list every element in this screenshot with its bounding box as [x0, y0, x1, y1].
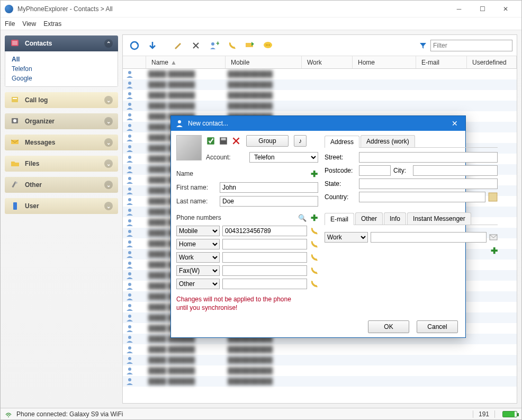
table-row[interactable]: ████ ████████████████: [123, 69, 517, 79]
sidebar-section-other[interactable]: Other⌄: [5, 177, 118, 193]
call-button[interactable]: [224, 38, 239, 53]
call-icon[interactable]: [310, 280, 318, 288]
sidebar-item-telefon[interactable]: Telefon: [12, 64, 111, 74]
table-row[interactable]: ████ ████████████████: [123, 344, 517, 355]
sidebar-section-contacts[interactable]: Contacts ⌃: [5, 35, 118, 51]
country-input[interactable]: [359, 192, 485, 202]
person-icon: [125, 377, 134, 386]
sidebar-section-files[interactable]: Files⌄: [5, 156, 118, 172]
table-row[interactable]: ████ ████████████████: [123, 90, 517, 101]
email-input[interactable]: [371, 232, 487, 243]
edit-button[interactable]: [170, 38, 185, 53]
sidebar-item-all[interactable]: All: [12, 55, 111, 64]
menu-view[interactable]: View: [22, 20, 36, 28]
sidebar-section-organizer[interactable]: Organizer⌄: [5, 113, 118, 129]
city-label: City:: [393, 167, 410, 174]
column-email[interactable]: E-mail: [416, 56, 467, 68]
sidebar-item-google[interactable]: Google: [12, 74, 111, 83]
city-input[interactable]: [413, 165, 498, 176]
phone-number-input[interactable]: [222, 226, 307, 236]
contact-avatar[interactable]: [176, 135, 202, 160]
close-button[interactable]: ✕: [494, 1, 517, 17]
tab-email[interactable]: E-mail: [325, 213, 354, 225]
column-name[interactable]: Name ▲: [146, 56, 226, 68]
column-userdefined[interactable]: Userdefined: [467, 56, 517, 68]
sidebar-section-user[interactable]: User⌄: [5, 198, 118, 214]
phone-number-input[interactable]: [222, 252, 307, 263]
ok-button[interactable]: OK: [368, 320, 409, 333]
table-row[interactable]: ████ ████████████████: [123, 79, 517, 90]
person-icon: [125, 314, 134, 322]
tab-address-work[interactable]: Address (work): [361, 135, 415, 147]
add-email-button[interactable]: ✚: [491, 246, 498, 255]
message-button[interactable]: [242, 38, 257, 53]
download-icon: [147, 40, 158, 51]
last-name-input[interactable]: [220, 196, 318, 207]
svg-point-20: [128, 113, 131, 117]
delete-icon[interactable]: [231, 136, 241, 146]
phone-number-input[interactable]: [222, 265, 307, 276]
filter-input[interactable]: [430, 40, 512, 51]
dialog-close-button[interactable]: ✕: [448, 119, 461, 128]
svg-rect-8: [13, 202, 17, 210]
group-button[interactable]: Group: [246, 135, 289, 147]
state-input[interactable]: [359, 178, 498, 189]
column-work[interactable]: Work: [302, 56, 353, 68]
maximize-button[interactable]: ☐: [471, 1, 494, 17]
phone-type-select[interactable]: Other: [176, 279, 220, 289]
call-icon[interactable]: [310, 253, 318, 262]
disk-icon[interactable]: [219, 136, 228, 146]
menu-extras[interactable]: Extras: [43, 20, 61, 28]
svg-rect-51: [489, 193, 497, 201]
tab-other[interactable]: Other: [355, 212, 383, 225]
add-contact-button[interactable]: +: [206, 38, 221, 53]
person-icon: [125, 292, 134, 301]
add-phone-button[interactable]: ✚: [310, 213, 318, 223]
mail-icon[interactable]: [489, 234, 498, 241]
delete-icon: [191, 41, 201, 50]
chat-button[interactable]: [260, 38, 275, 53]
ringtone-button[interactable]: ♪: [294, 135, 307, 147]
table-row[interactable]: ████ ████████████████: [123, 376, 517, 387]
sidebar-section-messages[interactable]: Messages⌄: [5, 135, 118, 150]
email-type-select[interactable]: Work: [325, 232, 368, 243]
phone-type-select[interactable]: Fax(W): [176, 265, 220, 276]
tab-address[interactable]: Address: [325, 136, 359, 148]
phone-number-input[interactable]: [222, 279, 307, 289]
street-input[interactable]: [359, 152, 498, 163]
menu-file[interactable]: File: [5, 20, 15, 28]
phone-type-select[interactable]: Mobile: [176, 226, 220, 236]
cancel-button[interactable]: Cancel: [417, 320, 458, 333]
add-name-button[interactable]: ✚: [310, 169, 318, 179]
dialog-titlebar[interactable]: New contact... ✕: [171, 116, 465, 131]
search-icon[interactable]: 🔍: [298, 214, 307, 222]
download-button[interactable]: [145, 38, 160, 53]
call-icon[interactable]: [310, 266, 318, 275]
person-icon: [125, 208, 134, 216]
table-row[interactable]: ████ ████████████████: [123, 355, 517, 365]
table-row[interactable]: ████ ████████████████: [123, 365, 517, 376]
table-header: Name ▲ Mobile Work Home E-mail Userdefin…: [123, 56, 517, 69]
delete-button[interactable]: [188, 38, 203, 53]
account-select[interactable]: Telefon: [249, 152, 318, 163]
phone-type-select[interactable]: Home: [176, 239, 220, 249]
call-icon[interactable]: [310, 227, 318, 235]
minimize-button[interactable]: ─: [447, 1, 471, 17]
phone-type-select[interactable]: Work: [176, 252, 220, 263]
column-home[interactable]: Home: [353, 56, 416, 68]
sidebar-section-calllog[interactable]: Call log⌄: [5, 92, 118, 108]
tab-im[interactable]: Instant Messenger: [407, 212, 471, 225]
call-icon: [227, 41, 237, 50]
svg-point-18: [128, 92, 131, 95]
phone-number-input[interactable]: [222, 239, 307, 249]
call-icon[interactable]: [310, 240, 318, 248]
svg-point-28: [128, 198, 131, 201]
tab-info[interactable]: Info: [384, 212, 406, 225]
save-icon[interactable]: [206, 136, 215, 146]
map-icon[interactable]: [488, 192, 498, 202]
postcode-input[interactable]: [359, 165, 391, 176]
refresh-button[interactable]: [127, 38, 142, 53]
table-row[interactable]: ████ ████████████████: [123, 101, 517, 111]
first-name-input[interactable]: [220, 182, 318, 193]
column-mobile[interactable]: Mobile: [226, 56, 302, 68]
